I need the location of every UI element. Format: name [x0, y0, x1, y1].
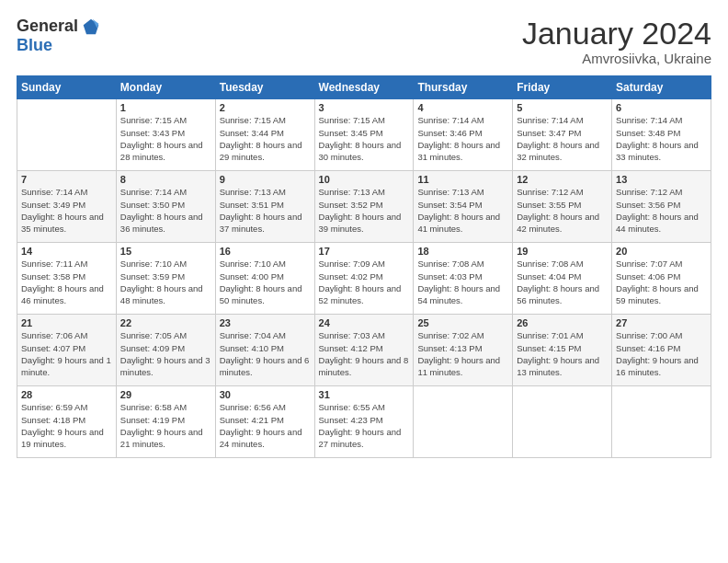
day-number: 13 [616, 174, 707, 185]
day-info: Sunrise: 7:14 AM Sunset: 3:47 PM Dayligh… [517, 114, 608, 163]
sunset-text: Sunset: 3:51 PM [220, 199, 311, 211]
day-number: 11 [417, 174, 508, 185]
day-number: 18 [417, 246, 508, 257]
table-row: 16 Sunrise: 7:10 AM Sunset: 4:00 PM Dayl… [215, 243, 314, 315]
sunset-text: Sunset: 4:21 PM [220, 414, 311, 426]
day-info: Sunrise: 7:14 AM Sunset: 3:49 PM Dayligh… [21, 186, 112, 235]
day-info: Sunrise: 7:00 AM Sunset: 4:16 PM Dayligh… [616, 329, 707, 378]
table-row: 7 Sunrise: 7:14 AM Sunset: 3:49 PM Dayli… [17, 171, 117, 243]
table-row: 30 Sunrise: 6:56 AM Sunset: 4:21 PM Dayl… [215, 386, 314, 458]
day-info: Sunrise: 7:03 AM Sunset: 4:12 PM Dayligh… [319, 329, 410, 378]
daylight-text: Daylight: 8 hours and 36 minutes. [120, 211, 211, 236]
sunset-text: Sunset: 3:48 PM [616, 127, 707, 139]
table-row: 8 Sunrise: 7:14 AM Sunset: 3:50 PM Dayli… [116, 171, 215, 243]
day-number: 1 [120, 102, 211, 113]
sunset-text: Sunset: 3:58 PM [21, 270, 112, 282]
sunset-text: Sunset: 3:45 PM [319, 127, 410, 139]
day-number: 30 [220, 389, 311, 400]
day-number: 16 [220, 246, 311, 257]
table-row [414, 386, 513, 458]
day-number: 9 [220, 174, 311, 185]
table-row: 4 Sunrise: 7:14 AM Sunset: 3:46 PM Dayli… [414, 99, 513, 171]
sunset-text: Sunset: 4:06 PM [616, 270, 707, 282]
day-number: 6 [616, 102, 707, 113]
day-info: Sunrise: 7:08 AM Sunset: 4:04 PM Dayligh… [517, 258, 608, 306]
daylight-text: Daylight: 9 hours and 1 minute. [21, 354, 112, 379]
week-row-2: 14 Sunrise: 7:11 AM Sunset: 3:58 PM Dayl… [17, 243, 711, 315]
day-number: 24 [319, 317, 410, 328]
day-info: Sunrise: 7:02 AM Sunset: 4:13 PM Dayligh… [417, 329, 508, 378]
header: General Blue January 2024 Amvrosiivka, U… [17, 17, 711, 66]
daylight-text: Daylight: 8 hours and 59 minutes. [616, 282, 707, 307]
day-number: 25 [417, 317, 508, 328]
day-info: Sunrise: 7:05 AM Sunset: 4:09 PM Dayligh… [120, 329, 211, 378]
table-row: 22 Sunrise: 7:05 AM Sunset: 4:09 PM Dayl… [116, 315, 215, 386]
sunset-text: Sunset: 3:43 PM [120, 127, 211, 139]
table-row: 17 Sunrise: 7:09 AM Sunset: 4:02 PM Dayl… [314, 243, 414, 315]
title-section: January 2024 Amvrosiivka, Ukraine [522, 17, 711, 66]
sunset-text: Sunset: 4:04 PM [517, 270, 608, 282]
sunrise-text: Sunrise: 7:14 AM [616, 114, 707, 126]
week-row-0: 1 Sunrise: 7:15 AM Sunset: 3:43 PM Dayli… [17, 99, 711, 171]
sunset-text: Sunset: 4:16 PM [616, 342, 707, 354]
table-row: 1 Sunrise: 7:15 AM Sunset: 3:43 PM Dayli… [116, 99, 215, 171]
col-wednesday: Wednesday [314, 76, 414, 99]
day-number: 19 [517, 246, 608, 257]
sunrise-text: Sunrise: 7:12 AM [616, 186, 707, 198]
sunrise-text: Sunrise: 7:08 AM [417, 258, 508, 270]
table-row: 23 Sunrise: 7:04 AM Sunset: 4:10 PM Dayl… [215, 315, 314, 386]
sunset-text: Sunset: 4:12 PM [319, 342, 410, 354]
sunset-text: Sunset: 3:44 PM [220, 127, 311, 139]
sunrise-text: Sunrise: 7:03 AM [319, 329, 410, 341]
daylight-text: Daylight: 8 hours and 48 minutes. [120, 282, 211, 307]
calendar-subtitle: Amvrosiivka, Ukraine [522, 51, 711, 66]
daylight-text: Daylight: 9 hours and 27 minutes. [319, 426, 410, 451]
day-info: Sunrise: 7:13 AM Sunset: 3:54 PM Dayligh… [417, 186, 508, 235]
col-sunday: Sunday [17, 76, 117, 99]
sunset-text: Sunset: 3:56 PM [616, 199, 707, 211]
week-row-1: 7 Sunrise: 7:14 AM Sunset: 3:49 PM Dayli… [17, 171, 711, 243]
day-number: 28 [21, 389, 112, 400]
sunset-text: Sunset: 4:03 PM [417, 270, 508, 282]
table-row [17, 99, 117, 171]
week-row-3: 21 Sunrise: 7:06 AM Sunset: 4:07 PM Dayl… [17, 315, 711, 386]
sunset-text: Sunset: 4:19 PM [120, 414, 211, 426]
daylight-text: Daylight: 8 hours and 33 minutes. [616, 139, 707, 164]
sunset-text: Sunset: 3:46 PM [417, 127, 508, 139]
table-row: 28 Sunrise: 6:59 AM Sunset: 4:18 PM Dayl… [17, 386, 117, 458]
day-info: Sunrise: 6:55 AM Sunset: 4:23 PM Dayligh… [319, 401, 410, 450]
sunrise-text: Sunrise: 7:04 AM [220, 329, 311, 341]
table-row [612, 386, 711, 458]
day-number: 7 [21, 174, 112, 185]
daylight-text: Daylight: 8 hours and 31 minutes. [417, 139, 508, 164]
day-number: 4 [417, 102, 508, 113]
day-number: 29 [120, 389, 211, 400]
day-info: Sunrise: 7:06 AM Sunset: 4:07 PM Dayligh… [21, 329, 112, 378]
day-info: Sunrise: 7:10 AM Sunset: 3:59 PM Dayligh… [120, 258, 211, 306]
day-info: Sunrise: 7:15 AM Sunset: 3:45 PM Dayligh… [319, 114, 410, 163]
day-info: Sunrise: 7:07 AM Sunset: 4:06 PM Dayligh… [616, 258, 707, 306]
daylight-text: Daylight: 8 hours and 52 minutes. [319, 282, 410, 307]
day-info: Sunrise: 7:11 AM Sunset: 3:58 PM Dayligh… [21, 258, 112, 306]
col-saturday: Saturday [612, 76, 711, 99]
daylight-text: Daylight: 8 hours and 56 minutes. [517, 282, 608, 307]
table-row: 15 Sunrise: 7:10 AM Sunset: 3:59 PM Dayl… [116, 243, 215, 315]
day-info: Sunrise: 6:59 AM Sunset: 4:18 PM Dayligh… [21, 401, 112, 450]
day-info: Sunrise: 7:14 AM Sunset: 3:46 PM Dayligh… [417, 114, 508, 163]
day-info: Sunrise: 7:12 AM Sunset: 3:56 PM Dayligh… [616, 186, 707, 235]
sunrise-text: Sunrise: 7:14 AM [21, 186, 112, 198]
sunrise-text: Sunrise: 7:10 AM [220, 258, 311, 270]
sunrise-text: Sunrise: 6:55 AM [319, 401, 410, 413]
sunrise-text: Sunrise: 7:14 AM [120, 186, 211, 198]
day-info: Sunrise: 7:01 AM Sunset: 4:15 PM Dayligh… [517, 329, 608, 378]
daylight-text: Daylight: 8 hours and 30 minutes. [319, 139, 410, 164]
daylight-text: Daylight: 8 hours and 29 minutes. [220, 139, 311, 164]
day-number: 2 [220, 102, 311, 113]
sunrise-text: Sunrise: 7:07 AM [616, 258, 707, 270]
day-info: Sunrise: 7:15 AM Sunset: 3:43 PM Dayligh… [120, 114, 211, 163]
table-row: 29 Sunrise: 6:58 AM Sunset: 4:19 PM Dayl… [116, 386, 215, 458]
day-info: Sunrise: 6:58 AM Sunset: 4:19 PM Dayligh… [120, 401, 211, 450]
sunrise-text: Sunrise: 7:10 AM [120, 258, 211, 270]
daylight-text: Daylight: 8 hours and 54 minutes. [417, 282, 508, 307]
sunrise-text: Sunrise: 7:15 AM [319, 114, 410, 126]
